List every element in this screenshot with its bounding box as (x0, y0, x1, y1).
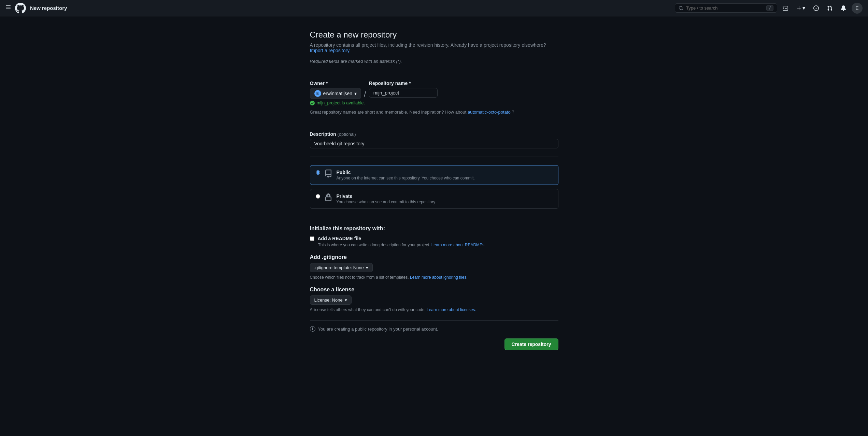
page-subtitle: A repository contains all project files,… (310, 42, 558, 53)
owner-value: erwinmatijsen (323, 91, 353, 96)
description-optional: (optional) (337, 132, 356, 137)
header-title: New repository (30, 5, 67, 11)
readme-checkbox[interactable] (310, 236, 314, 241)
create-repository-button[interactable]: Create repository (504, 338, 558, 350)
license-note: A license tells others what they can and… (310, 307, 558, 312)
readme-row: Add a README file (310, 236, 558, 241)
divider-3 (310, 157, 558, 157)
pr-icon (827, 5, 833, 11)
owner-chevron-icon: ▾ (354, 91, 357, 96)
public-text-group: Public Anyone on the internet can see th… (337, 170, 553, 180)
repo-public-icon (324, 170, 332, 179)
owner-label: Owner * (310, 81, 361, 86)
issues-button[interactable] (811, 4, 822, 12)
license-value: License: None (314, 297, 343, 303)
search-input[interactable] (686, 5, 764, 11)
public-radio[interactable] (316, 170, 320, 175)
divider-2 (310, 123, 558, 123)
gitignore-link[interactable]: Learn more about ignoring files. (410, 275, 468, 280)
form-container: Create a new repository A repository con… (304, 16, 564, 370)
issue-icon (813, 5, 819, 11)
availability-text: mijn_project is available. (317, 100, 365, 105)
divider-4 (310, 217, 558, 217)
gitignore-note: Choose which files not to track from a l… (310, 275, 558, 280)
info-icon: i (310, 326, 315, 332)
license-chevron-icon: ▾ (345, 297, 347, 303)
license-title: Choose a license (310, 287, 558, 293)
private-label: Private (337, 193, 553, 199)
lock-icon (324, 193, 332, 203)
description-label: Description (optional) (310, 131, 558, 137)
public-label: Public (337, 170, 553, 175)
slash-separator: / (364, 90, 366, 98)
terminal-button[interactable] (780, 4, 791, 12)
description-input[interactable] (310, 139, 558, 148)
header: New repository / ▾ (0, 0, 868, 16)
info-text: You are creating a public repository in … (318, 326, 438, 332)
gitignore-dropdown[interactable]: .gitignore template: None ▾ (310, 263, 373, 272)
private-desc: You choose who can see and commit to thi… (337, 200, 553, 204)
pullrequest-button[interactable] (824, 4, 835, 12)
availability-msg: mijn_project is available. (310, 100, 558, 105)
owner-select[interactable]: E erwinmatijsen ▾ (310, 88, 361, 99)
header-left: New repository (5, 3, 67, 14)
readme-label: Add a README file (318, 236, 361, 241)
owner-field: Owner * E erwinmatijsen ▾ (310, 81, 361, 99)
inspiration-text: Great repository names are short and mem… (310, 110, 558, 115)
new-repo-button[interactable]: ▾ (794, 3, 808, 13)
avatar[interactable]: E (852, 3, 863, 14)
hamburger-icon[interactable] (5, 4, 11, 12)
search-bar[interactable]: / (675, 3, 777, 13)
readme-link[interactable]: Learn more about READMEs. (431, 243, 486, 247)
private-option[interactable]: Private You choose who can see and commi… (310, 189, 558, 209)
import-link[interactable]: Import a repository. (310, 48, 351, 53)
description-field: Description (optional) (310, 131, 558, 148)
search-kbd: / (766, 5, 773, 11)
header-right: / ▾ E (675, 3, 863, 14)
init-title: Initialize this repository with: (310, 226, 558, 232)
main-content: Create a new repository A repository con… (0, 0, 868, 370)
inspiration-link[interactable]: automatic-octo-potato (468, 110, 511, 115)
gitignore-title: Add .gitignore (310, 254, 558, 260)
private-radio[interactable] (316, 194, 320, 199)
chevron-down-icon: ▾ (802, 5, 805, 11)
repo-name-input[interactable] (369, 88, 438, 98)
gitignore-value: .gitignore template: None (314, 265, 364, 270)
info-note: i You are creating a public repository i… (310, 320, 558, 332)
visibility-group: Public Anyone on the internet can see th… (310, 165, 558, 209)
github-logo[interactable] (15, 3, 26, 14)
owner-avatar-icon: E (314, 90, 321, 97)
repo-label: Repository name * (369, 81, 438, 86)
required-note: Required fields are marked with an aster… (310, 59, 558, 64)
license-link[interactable]: Learn more about licenses. (427, 307, 476, 312)
owner-repo-row: Owner * E erwinmatijsen ▾ / Repository n… (310, 81, 558, 99)
gitignore-chevron-icon: ▾ (366, 265, 368, 270)
search-icon (679, 6, 683, 11)
create-row: Create repository (310, 332, 558, 350)
repo-name-field: Repository name * (369, 81, 438, 98)
private-text-group: Private You choose who can see and commi… (337, 193, 553, 204)
public-option[interactable]: Public Anyone on the internet can see th… (310, 165, 558, 185)
divider-1 (310, 72, 558, 72)
readme-desc: This is where you can write a long descr… (318, 243, 558, 247)
bell-icon (841, 5, 846, 11)
license-dropdown[interactable]: License: None ▾ (310, 295, 352, 305)
public-desc: Anyone on the internet can see this repo… (337, 176, 553, 180)
plus-icon (796, 5, 802, 11)
page-heading: Create a new repository (310, 30, 558, 40)
check-circle-icon (310, 101, 315, 105)
terminal-icon (783, 5, 788, 11)
notifications-button[interactable] (838, 4, 849, 12)
